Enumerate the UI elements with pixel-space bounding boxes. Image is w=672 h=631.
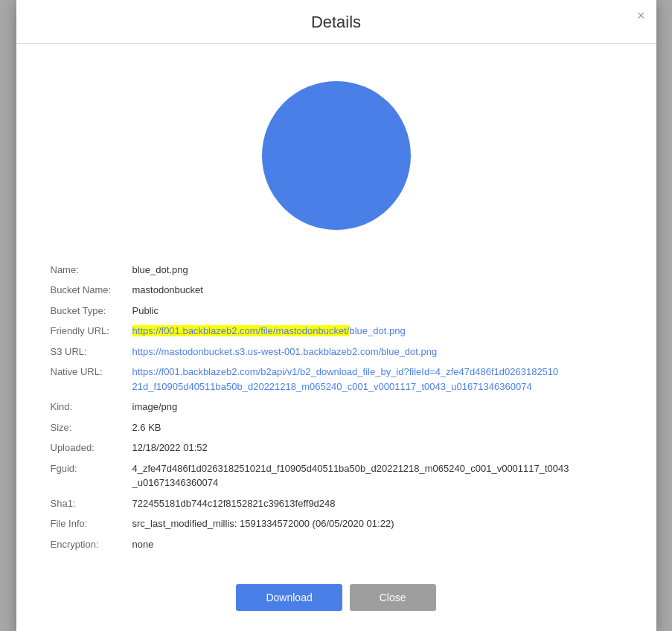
field-value-s3-url: https://mastodonbucket.s3.us-west-001.ba… [128, 342, 627, 362]
table-row: Bucket Name: mastodonbucket [46, 280, 627, 301]
friendly-url-link[interactable]: https://f001.backblazeb2.com/file/mastod… [132, 325, 406, 336]
download-button[interactable]: Download [236, 584, 342, 611]
table-row-fileinfo: File Info: src_last_modified_millis: 159… [46, 513, 627, 534]
blue-dot-image [262, 81, 411, 230]
table-row: Bucket Type: Public [46, 301, 627, 321]
table-row-s3-url: S3 URL: https://mastodonbucket.s3.us-wes… [46, 342, 627, 362]
field-value: Public [128, 301, 627, 321]
field-value: src_last_modified_millis: 1591334572000 … [128, 513, 627, 534]
field-label: File Info: [46, 513, 128, 534]
table-row-sha1: Sha1: 722455181db744c12f8152821c39613fef… [46, 493, 627, 514]
field-label: S3 URL: [46, 342, 128, 362]
table-row-encryption: Encryption: none [46, 534, 627, 555]
field-label: Size: [46, 417, 128, 438]
table-row-kind: Kind: image/png [46, 397, 627, 417]
table-row: Name: blue_dot.png [46, 260, 627, 281]
field-label: Fguid: [46, 458, 128, 493]
field-label: Friendly URL: [46, 321, 128, 342]
field-value: image/png [128, 397, 627, 417]
field-value: mastodonbucket [128, 280, 627, 301]
field-label: Sha1: [46, 493, 128, 514]
image-preview [46, 59, 627, 260]
url-suffix: blue_dot.png [349, 325, 405, 336]
native-url-link[interactable]: https://f001.backblazeb2.com/b2api/v1/b2… [132, 366, 559, 392]
table-row-uploaded: Uploaded: 12/18/2022 01:52 [46, 438, 627, 458]
close-x-button[interactable]: × [637, 9, 645, 22]
table-row-friendly-url: Friendly URL: https://f001.backblazeb2.c… [46, 321, 627, 342]
field-label: Encryption: [46, 534, 128, 555]
modal-header: Details × [16, 0, 656, 44]
field-label: Name: [46, 260, 128, 281]
modal-title: Details [311, 13, 361, 31]
table-row-size: Size: 2.6 KB [46, 417, 627, 438]
field-value-friendly-url: https://f001.backblazeb2.com/file/mastod… [128, 321, 627, 342]
field-value: 12/18/2022 01:52 [128, 438, 627, 458]
field-value: 2.6 KB [128, 417, 627, 438]
table-row-native-url: Native URL: https://f001.backblazeb2.com… [46, 362, 627, 397]
table-row-fguid: Fguid: 4_zfe47d486f1d026318251021d_f1090… [46, 458, 627, 493]
field-value: none [128, 534, 627, 555]
modal-body: Name: blue_dot.png Bucket Name: mastodon… [16, 44, 656, 570]
close-button[interactable]: Close [350, 584, 436, 611]
field-label: Uploaded: [46, 438, 128, 458]
field-label: Bucket Type: [46, 301, 128, 321]
details-table: Name: blue_dot.png Bucket Name: mastodon… [46, 260, 627, 555]
field-value-native-url: https://f001.backblazeb2.com/b2api/v1/b2… [128, 362, 627, 397]
field-label: Bucket Name: [46, 280, 128, 301]
s3-url-link[interactable]: https://mastodonbucket.s3.us-west-001.ba… [132, 346, 438, 357]
field-value-fguid: 4_zfe47d486f1d026318251021d_f10905d40511… [128, 458, 627, 493]
field-label: Native URL: [46, 362, 128, 397]
field-value: blue_dot.png [128, 260, 627, 281]
modal-dialog: Details × Name: blue_dot.png Bucket Name… [16, 0, 656, 631]
modal-footer: Download Close [16, 569, 656, 631]
url-prefix: https://f001.backblazeb2.com/file/mastod… [132, 325, 350, 336]
field-value: 722455181db744c12f8152821c39613feff9d248 [128, 493, 627, 514]
modal-overlay: Details × Name: blue_dot.png Bucket Name… [0, 0, 672, 631]
field-label: Kind: [46, 397, 128, 417]
